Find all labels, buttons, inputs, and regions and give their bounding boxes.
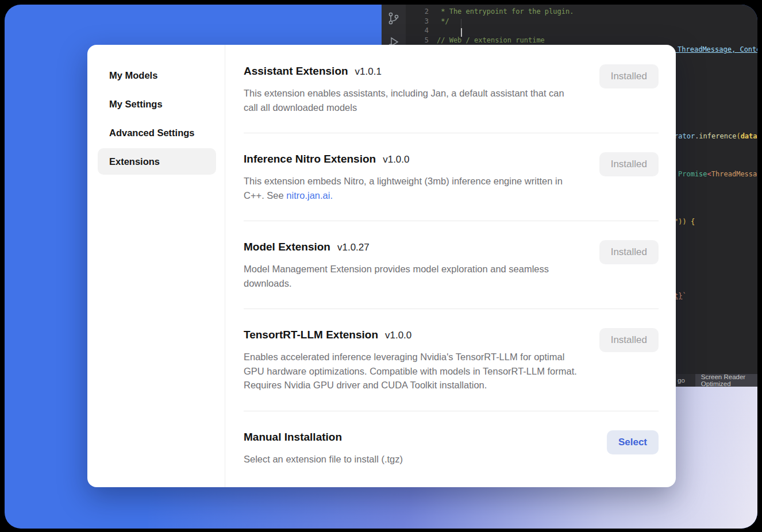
extension-title: Assistant Extensionv1.0.1 <box>244 64 577 78</box>
sidebar-item-label: Advanced Settings <box>109 128 195 138</box>
manual-installation-row: Manual Installation Select an extension … <box>244 411 659 485</box>
extension-name: TensortRT-LLM Extension <box>244 329 378 341</box>
text-cursor <box>461 28 462 37</box>
extension-description: This extension embeds Nitro, a lightweig… <box>244 174 577 202</box>
code-text: // Web / extension runtime <box>429 36 545 45</box>
installed-button[interactable]: Installed <box>599 152 659 176</box>
installed-button[interactable]: Installed <box>599 328 659 352</box>
extension-version: v1.0.27 <box>337 242 370 253</box>
extension-title: TensortRT-LLM Extensionv1.0.0 <box>244 328 577 342</box>
extension-name: Inference Nitro Extension <box>244 153 376 165</box>
code-line: 4 <box>406 26 757 36</box>
extension-title: Inference Nitro Extensionv1.0.0 <box>244 152 577 166</box>
extension-description: Model Management Extension provides mode… <box>244 262 577 290</box>
sidebar-item-label: My Settings <box>109 99 163 110</box>
desktop-background: 2 * The entrypoint for the plugin. 3 */ … <box>5 5 757 529</box>
installed-button[interactable]: Installed <box>599 64 659 88</box>
sidebar-item-advanced-settings[interactable]: Advanced Settings <box>98 119 216 146</box>
manual-installation-description: Select an extension file to install (.tg… <box>244 452 577 467</box>
extension-name: Model Extension <box>244 241 330 253</box>
extension-version: v1.0.0 <box>383 154 409 165</box>
code-fragment-promise: Promise<ThreadMessage> <box>678 170 757 178</box>
code-line: 3 */ <box>406 17 757 26</box>
code-fragment-brace: ")) { <box>674 218 695 226</box>
nitro-jan-ai-link[interactable]: nitro.jan.ai. <box>286 190 333 201</box>
code-fragment-template: t}` <box>674 292 687 300</box>
settings-modal: My Models My Settings Advanced Settings … <box>87 45 676 487</box>
settings-sidebar: My Models My Settings Advanced Settings … <box>87 45 225 487</box>
extension-row-assistant: Assistant Extensionv1.0.1 This extension… <box>244 64 659 133</box>
code-line: 2 * The entrypoint for the plugin. <box>406 7 757 17</box>
extension-row-tensorrt: TensortRT-LLM Extensionv1.0.0 Enables ac… <box>244 309 659 411</box>
extension-name: Assistant Extension <box>244 65 348 77</box>
extension-description: Enables accelerated inference leveraging… <box>244 350 577 392</box>
code-text: */ <box>429 17 449 26</box>
manual-installation-title: Manual Installation <box>244 430 577 444</box>
extension-row-nitro: Inference Nitro Extensionv1.0.0 This ext… <box>244 133 659 221</box>
extension-version: v1.0.0 <box>385 330 411 341</box>
line-number: 4 <box>406 26 429 36</box>
code-text: * The entrypoint for the plugin. <box>429 7 574 17</box>
code-line: 5// Web / extension runtime <box>406 36 757 45</box>
sidebar-item-my-settings[interactable]: My Settings <box>98 91 216 117</box>
code-text <box>429 26 437 36</box>
line-number: 5 <box>406 36 429 45</box>
extension-description: This extension enables assistants, inclu… <box>244 86 577 114</box>
line-number: 2 <box>406 7 429 17</box>
extension-version: v1.0.1 <box>355 66 382 77</box>
installed-button[interactable]: Installed <box>599 240 659 264</box>
sidebar-item-my-models[interactable]: My Models <box>98 62 216 88</box>
line-number: 3 <box>406 17 429 26</box>
sidebar-item-label: My Models <box>109 70 157 81</box>
extensions-list: Assistant Extensionv1.0.1 This extension… <box>225 45 676 487</box>
source-control-icon[interactable] <box>387 11 400 25</box>
status-screen-reader[interactable]: Screen Reader Optimized <box>695 374 757 387</box>
sidebar-item-label: Extensions <box>109 156 160 167</box>
select-file-button[interactable]: Select <box>607 430 659 454</box>
sidebar-item-extensions[interactable]: Extensions <box>98 148 216 175</box>
extension-row-model: Model Extensionv1.0.27 Model Management … <box>244 221 659 309</box>
code-fragment-inference: rator.inference(data)); <box>674 132 757 140</box>
extension-title: Model Extensionv1.0.27 <box>244 240 577 254</box>
